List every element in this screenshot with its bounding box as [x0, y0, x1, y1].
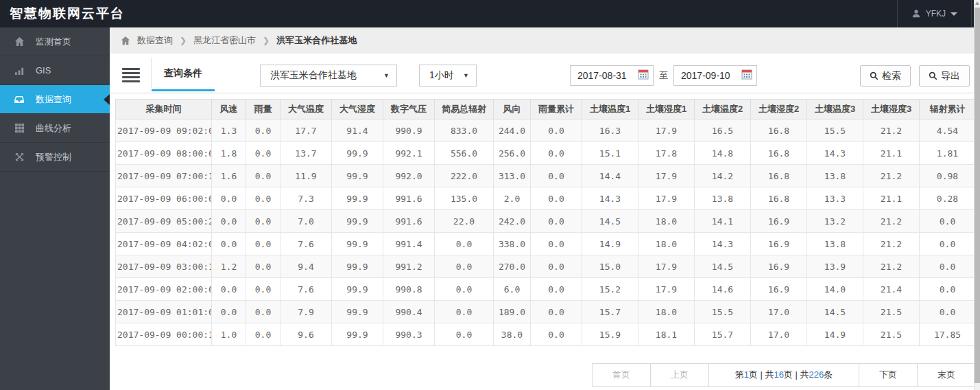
table-cell: 338.0 — [494, 233, 531, 255]
column-header: 大气湿度 — [332, 100, 383, 119]
table-cell: 14.3 — [582, 187, 638, 210]
table-cell: 14.5 — [582, 210, 638, 233]
table-cell: 17.9 — [638, 165, 695, 187]
station-select[interactable]: 洪军玉米合作社基地 ▼ — [260, 65, 397, 87]
table-cell: 15.5 — [695, 301, 751, 323]
sidebar-item-data-query[interactable]: 数据查询 — [0, 85, 110, 114]
search-button-label: 检索 — [882, 70, 901, 82]
scrollbar-up-arrow[interactable] — [975, 1, 979, 5]
prev-page-button[interactable]: 上页 — [650, 363, 709, 387]
scrollbar-thumb[interactable] — [975, 8, 980, 383]
export-button[interactable]: 导出 — [919, 65, 970, 87]
table-row: 2017-09-09 06:00:040.00.07.399.9991.6135… — [116, 187, 976, 210]
table-cell: 18.0 — [638, 210, 695, 233]
chevron-down-icon: ▼ — [463, 72, 469, 79]
table-cell: 99.9 — [332, 210, 383, 233]
scrollbar-track[interactable] — [974, 0, 980, 390]
table-cell: 991.2 — [383, 255, 435, 278]
sidebar-item-alert-control[interactable]: 预警控制 — [0, 143, 110, 172]
query-panel: 查询条件 洪军玉米合作社基地 ▼ 1小时 ▼ 2017-08-31 至 2017… — [110, 54, 980, 93]
sidebar-item-curve-analysis[interactable]: 曲线分析 — [0, 114, 110, 143]
calendar-icon[interactable] — [741, 69, 752, 82]
table-cell: 0.0 — [920, 233, 976, 255]
tab-query-conditions[interactable]: 查询条件 — [152, 63, 215, 91]
table-cell: 0.0 — [435, 278, 494, 301]
table-cell: 0.0 — [531, 278, 582, 301]
table-cell: 22.0 — [435, 210, 494, 233]
last-page-button[interactable]: 末页 — [917, 363, 976, 387]
table-cell: 17.0 — [751, 323, 807, 346]
first-page-button[interactable]: 首页 — [592, 363, 651, 387]
table-cell: 15.7 — [582, 301, 638, 323]
table-cell: 0.0 — [246, 233, 280, 255]
table-cell: 135.0 — [435, 187, 494, 210]
table-container: 采集时间风速雨量大气温度大气湿度数字气压简易总辐射风向雨量累计土壤温度1土壤湿度… — [110, 93, 980, 346]
column-header: 风向 — [494, 100, 531, 119]
interval-select[interactable]: 1小时 ▼ — [419, 65, 477, 87]
table-cell: 0.0 — [531, 233, 582, 255]
date-from-input[interactable]: 2017-08-31 — [570, 65, 654, 86]
date-range: 2017-08-31 至 2017-09-10 — [570, 65, 757, 86]
table-cell: 15.9 — [582, 323, 638, 346]
table-cell: 0.98 — [920, 165, 976, 187]
table-cell: 0.0 — [531, 187, 582, 210]
table-cell: 14.9 — [582, 233, 638, 255]
menu-toggle-icon[interactable] — [122, 68, 140, 80]
table-cell: 99.9 — [332, 165, 383, 187]
table-cell: 2017-09-09 09:02:04 — [116, 119, 212, 142]
sidebar-item-monitor-home[interactable]: 监测首页 — [0, 27, 110, 56]
table-cell: 0.0 — [920, 210, 976, 233]
table-cell: 0.0 — [531, 255, 582, 278]
table-cell: 15.1 — [582, 142, 638, 165]
breadcrumb-separator: ❯ — [180, 36, 187, 45]
table-cell: 21.2 — [863, 255, 920, 278]
table-cell: 0.0 — [246, 142, 280, 165]
table-cell: 2017-09-09 08:00:05 — [116, 142, 212, 165]
table-cell: 21.4 — [863, 278, 920, 301]
export-button-label: 导出 — [941, 70, 960, 82]
user-menu[interactable]: YFKJ — [897, 0, 972, 27]
column-header: 简易总辐射 — [435, 100, 494, 119]
table-row: 2017-09-09 07:00:181.60.011.999.9992.022… — [116, 165, 976, 187]
calendar-icon[interactable] — [638, 69, 649, 82]
table-cell: 14.0 — [807, 278, 863, 301]
column-header: 土壤温度1 — [582, 100, 638, 119]
table-cell: 0.0 — [531, 142, 582, 165]
table-row: 2017-09-09 08:00:051.80.013.799.9992.155… — [116, 142, 976, 165]
username-label: YFKJ — [926, 9, 946, 19]
grid-icon — [14, 123, 25, 134]
table-cell: 15.7 — [695, 323, 751, 346]
table-cell: 17.9 — [638, 187, 695, 210]
arrows-icon — [14, 152, 25, 163]
table-cell: 0.0 — [435, 233, 494, 255]
table-cell: 13.9 — [807, 255, 863, 278]
topbar: 智慧物联网云平台 YFKJ — [0, 0, 980, 27]
page-info-text: 页 | 共 — [784, 369, 809, 380]
table-cell: 4.54 — [920, 119, 976, 142]
home-icon — [121, 36, 130, 45]
search-button[interactable]: 检索 — [860, 65, 911, 87]
query-actions: 检索 导出 — [860, 65, 970, 87]
table-cell: 14.2 — [695, 165, 751, 187]
search-icon — [929, 71, 937, 80]
sidebar-item-label: 监测首页 — [36, 36, 71, 48]
table-cell: 0.0 — [246, 187, 280, 210]
table-cell: 14.8 — [695, 142, 751, 165]
table-cell: 0.0 — [531, 301, 582, 323]
data-table: 采集时间风速雨量大气温度大气湿度数字气压简易总辐射风向雨量累计土壤温度1土壤湿度… — [115, 99, 976, 346]
table-cell: 13.3 — [807, 187, 863, 210]
breadcrumb-item[interactable]: 黑龙江省密山市 — [193, 34, 256, 47]
next-page-button[interactable]: 下页 — [859, 363, 918, 387]
table-cell: 16.5 — [695, 119, 751, 142]
sidebar-item-gis[interactable]: GIS — [0, 56, 110, 85]
table-cell: 9.4 — [280, 255, 332, 278]
table-cell: 2017-09-09 05:00:26 — [116, 210, 212, 233]
table-cell: 99.9 — [332, 187, 383, 210]
column-header: 雨量累计 — [531, 100, 582, 119]
current-page-number: 1 — [744, 369, 749, 380]
table-cell: 9.6 — [280, 323, 332, 346]
table-cell: 21.2 — [863, 165, 920, 187]
table-cell: 99.9 — [332, 278, 383, 301]
breadcrumb-item[interactable]: 数据查询 — [137, 34, 173, 47]
date-to-input[interactable]: 2017-09-10 — [673, 65, 757, 86]
